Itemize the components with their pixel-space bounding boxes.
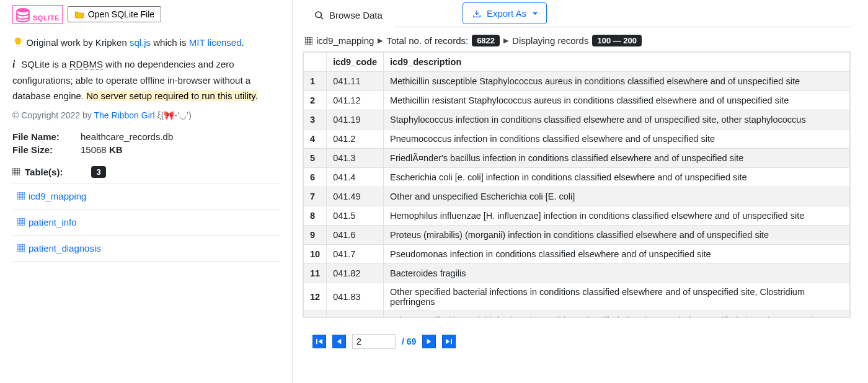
main-panel: Browse Data Export As icd9_mapping ▶ Tot… (293, 0, 868, 383)
cell-rownum: 5 (304, 149, 327, 168)
table-item-icd9-mapping[interactable]: icd9_mapping (12, 183, 280, 209)
copyright: © Copyright 2022 by The Ribbon Girl ξ(🎀-… (12, 110, 280, 120)
cell-desc: Bacteroides fragilis (384, 264, 850, 283)
table-row: 9041.6Proteus (mirabilis) (morganii) inf… (304, 226, 850, 245)
first-icon (316, 338, 322, 345)
rdbms-abbr: RDBMS (69, 59, 103, 70)
cell-rownum: 8 (304, 206, 327, 226)
table-icon (17, 218, 25, 226)
table-row: 5041.3FriedlÃ¤nder's bacillus infection … (304, 149, 850, 168)
chevron-right-icon: ▶ (503, 37, 508, 45)
mit-license-link[interactable]: MIT licensed (189, 37, 242, 48)
cell-rownum: 1 (304, 72, 327, 91)
chevron-down-icon (533, 12, 538, 15)
table-row: 13041.84Other specified bacterial infect… (304, 311, 850, 319)
cell-rownum: 6 (304, 168, 327, 187)
export-as-button[interactable]: Export As (463, 2, 547, 24)
cell-code: 041.12 (327, 91, 384, 110)
cell-desc: Other and unspecified Escherichia coli [… (384, 187, 850, 206)
cell-desc: Staphylococcus infection in conditions c… (384, 110, 850, 130)
page-last-button[interactable] (442, 335, 456, 348)
cell-desc: Methicillin resistant Staphylococcus aur… (384, 91, 850, 110)
breadcrumb: icd9_mapping ▶ Total no. of records: 682… (305, 35, 851, 46)
cell-code: 041.7 (327, 245, 384, 264)
table-row: 7041.49Other and unspecified Escherichia… (304, 187, 850, 206)
ribbon-girl-link[interactable]: The Ribbon Girl (94, 110, 154, 120)
filesize-value: 15068 KB (81, 144, 123, 155)
col-rownum (304, 53, 327, 72)
cell-code: 041.2 (327, 130, 384, 149)
data-table: icd9_code icd9_description 1041.11Methic… (303, 52, 850, 318)
cell-desc: Methicillin susceptible Staphylococcus a… (384, 72, 850, 91)
col-icd9-code: icd9_code (327, 53, 384, 72)
cell-rownum: 11 (304, 264, 327, 283)
cell-code: 041.4 (327, 168, 384, 187)
total-records-badge: 6822 (472, 35, 500, 46)
table-row: 8041.5Hemophilus influenzae [H. influenz… (304, 206, 850, 226)
filename-row: File Name: healthcare_records.db (12, 131, 280, 142)
sidebar: SQLITE Open SQLite File Original work by… (0, 0, 293, 383)
table-row: 12041.83Other specified bacterial infect… (304, 283, 850, 311)
cell-code: 041.6 (327, 226, 384, 245)
cell-desc: Pneumococcus infection in conditions cla… (384, 130, 850, 149)
open-file-label: Open SQLite File (88, 9, 154, 19)
svg-point-21 (316, 12, 321, 17)
info-line-2: i SQLite is a RDBMS with no dependencies… (12, 56, 280, 104)
last-icon (446, 338, 452, 345)
cell-rownum: 7 (304, 187, 327, 206)
info-icon: i (12, 56, 19, 73)
cell-rownum: 4 (304, 130, 327, 149)
table-item-patient-diagnosis[interactable]: patient_diagnosis (12, 236, 280, 262)
cell-desc: FriedlÃ¤nder's bacillus infection in con… (384, 149, 850, 168)
page-first-button[interactable] (312, 335, 326, 348)
next-icon (426, 338, 432, 345)
sqljs-link[interactable]: sql.js (130, 37, 151, 48)
prev-icon (336, 338, 342, 345)
pagination: / 69 (312, 334, 851, 349)
highlight-text: No server setup required to run this uti… (86, 90, 258, 101)
table-row: 11041.82Bacteroides fragilis (304, 264, 850, 283)
table-row: 6041.4Escherichia coli [e. coli] infecti… (304, 168, 850, 187)
tables-header: Table(s): 3 (12, 166, 280, 178)
cell-code: 041.11 (327, 72, 384, 91)
svg-rect-11 (17, 218, 25, 226)
database-icon (14, 7, 32, 23)
page-input[interactable] (352, 334, 396, 349)
table-header-row: icd9_code icd9_description (304, 53, 850, 72)
svg-rect-28 (316, 339, 317, 344)
page-total: / 69 (402, 337, 416, 346)
tabs: Browse Data Export As (303, 2, 851, 27)
svg-rect-1 (12, 168, 20, 175)
svg-rect-16 (17, 244, 25, 252)
page-next-button[interactable] (422, 335, 436, 348)
page-prev-button[interactable] (332, 335, 346, 348)
cell-desc: Other specified bacterial infections in … (384, 283, 850, 311)
svg-marker-31 (427, 339, 432, 344)
grid-icon (12, 168, 20, 175)
record-range-badge: 100 — 200 (592, 35, 642, 46)
tab-browse-data[interactable]: Browse Data (303, 3, 394, 27)
search-icon (314, 11, 324, 20)
svg-rect-6 (17, 192, 25, 200)
breadcrumb-table: icd9_mapping (316, 35, 374, 46)
table-list: icd9_mapping patient_info patient_diagno… (12, 183, 280, 262)
export-icon (472, 9, 482, 18)
svg-marker-29 (318, 339, 322, 344)
cell-code: 041.82 (327, 264, 384, 283)
open-file-button[interactable]: Open SQLite File (68, 6, 161, 22)
bow-icon: 🎀 (164, 110, 174, 120)
cell-rownum: 3 (304, 110, 327, 130)
table-row: 3041.19Staphylococcus infection in condi… (304, 110, 850, 130)
table-item-patient-info[interactable]: patient_info (12, 209, 280, 236)
table-icon (17, 244, 25, 252)
chevron-right-icon: ▶ (378, 37, 383, 45)
cell-code: 041.84 (327, 311, 384, 319)
cell-desc: Escherichia coli [e. coli] infection in … (384, 168, 850, 187)
grid-icon (305, 37, 312, 45)
svg-rect-33 (451, 339, 453, 344)
data-table-wrap[interactable]: icd9_code icd9_description 1041.11Methic… (303, 51, 851, 318)
filename-value: healthcare_records.db (81, 131, 173, 142)
cell-rownum: 9 (304, 226, 327, 245)
cell-rownum: 12 (304, 283, 327, 311)
svg-point-0 (17, 8, 29, 12)
